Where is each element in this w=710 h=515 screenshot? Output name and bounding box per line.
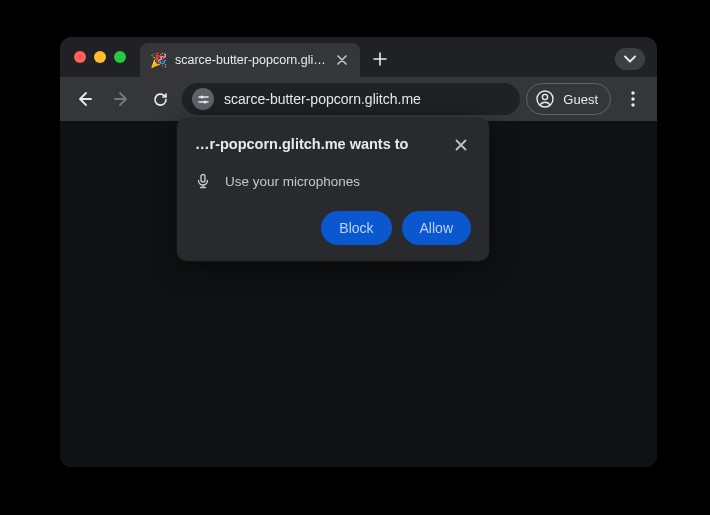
reload-icon — [152, 91, 169, 108]
back-button[interactable] — [68, 83, 100, 115]
svg-point-4 — [631, 91, 634, 94]
tab-search-button[interactable] — [615, 48, 645, 70]
dots-vertical-icon — [631, 91, 635, 107]
allow-button[interactable]: Allow — [402, 211, 471, 245]
svg-point-6 — [631, 103, 634, 106]
window-controls — [68, 51, 140, 63]
page-content: …r-popcorn.glitch.me wants to Use your m… — [60, 121, 657, 467]
menu-button[interactable] — [617, 83, 649, 115]
address-bar[interactable]: scarce-butter-popcorn.glitch.me — [182, 83, 520, 115]
close-icon — [455, 139, 467, 151]
plus-icon — [373, 52, 387, 66]
browser-window: 🎉 scarce-butter-popcorn.glitch — [60, 37, 657, 467]
tab-close-button[interactable] — [334, 52, 350, 68]
svg-rect-7 — [201, 175, 205, 183]
browser-tab[interactable]: 🎉 scarce-butter-popcorn.glitch — [140, 43, 360, 77]
svg-point-1 — [203, 100, 206, 103]
microphone-icon — [195, 173, 211, 189]
close-window-button[interactable] — [74, 51, 86, 63]
site-settings-button[interactable] — [192, 88, 214, 110]
favicon-icon: 🎉 — [150, 53, 167, 67]
chevron-down-icon — [624, 55, 636, 63]
minimize-window-button[interactable] — [94, 51, 106, 63]
profile-label: Guest — [563, 92, 598, 107]
new-tab-button[interactable] — [366, 45, 394, 73]
permission-row: Use your microphones — [195, 173, 471, 189]
profile-button[interactable]: Guest — [526, 83, 611, 115]
close-icon — [337, 55, 347, 65]
reload-button[interactable] — [144, 83, 176, 115]
permission-label: Use your microphones — [225, 174, 360, 189]
url-text: scarce-butter-popcorn.glitch.me — [224, 91, 421, 107]
tab-title: scarce-butter-popcorn.glitch — [175, 53, 326, 67]
tab-strip: 🎉 scarce-butter-popcorn.glitch — [60, 37, 657, 77]
tune-icon — [197, 93, 210, 106]
forward-button[interactable] — [106, 83, 138, 115]
guest-avatar-icon — [535, 89, 555, 109]
block-button[interactable]: Block — [321, 211, 391, 245]
svg-point-0 — [200, 95, 203, 98]
dialog-title: …r-popcorn.glitch.me wants to — [195, 135, 408, 154]
arrow-left-icon — [75, 90, 93, 108]
permission-dialog: …r-popcorn.glitch.me wants to Use your m… — [177, 117, 489, 261]
dialog-close-button[interactable] — [451, 135, 471, 155]
svg-point-3 — [543, 94, 548, 99]
svg-point-5 — [631, 97, 634, 100]
maximize-window-button[interactable] — [114, 51, 126, 63]
arrow-right-icon — [113, 90, 131, 108]
toolbar: scarce-butter-popcorn.glitch.me Guest — [60, 77, 657, 121]
